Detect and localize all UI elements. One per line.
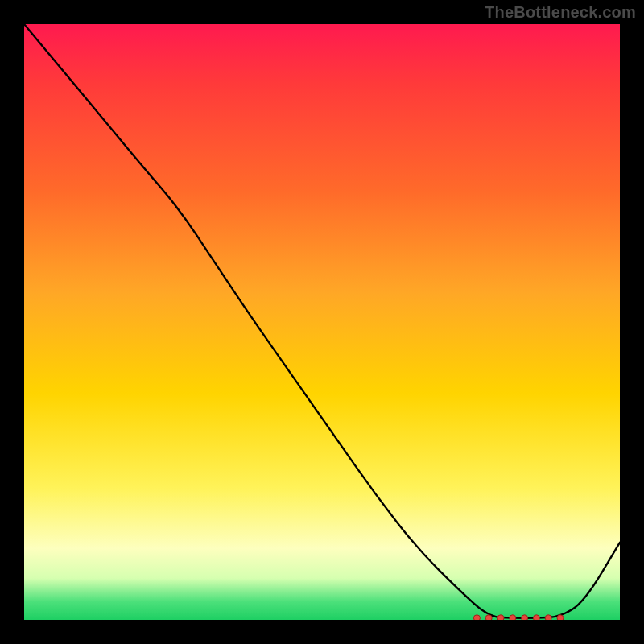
chart-frame: TheBottleneck.com — [0, 0, 644, 644]
optimum-marker — [533, 615, 539, 620]
plot-area — [24, 24, 620, 620]
bottleneck-curve — [24, 24, 620, 618]
chart-overlay — [24, 24, 620, 620]
attribution-text: TheBottleneck.com — [485, 3, 636, 22]
optimum-marker — [510, 615, 516, 620]
optimum-marker — [497, 615, 504, 620]
optimum-marker — [557, 615, 564, 620]
optimum-marker — [522, 615, 528, 620]
optimum-marker — [473, 615, 480, 620]
optimum-marker — [485, 615, 492, 620]
optimum-marker — [545, 615, 551, 620]
